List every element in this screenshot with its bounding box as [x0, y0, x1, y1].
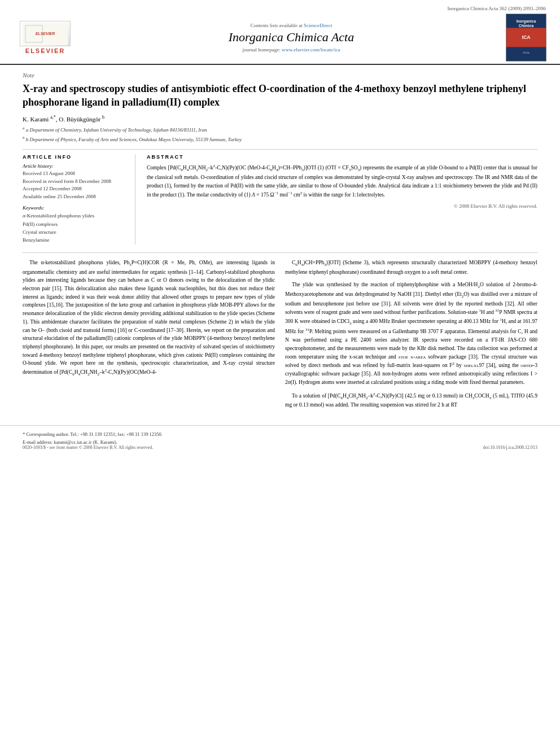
article-info-heading: ARTICLE INFO	[23, 154, 127, 160]
body-col-right: C6H4)CH=PPh3)]OTf] (Scheme 3), which rep…	[285, 259, 537, 414]
copyright-line: © 2008 Elsevier B.V. All rights reserved…	[147, 203, 537, 209]
keywords-title: Keywords:	[23, 205, 127, 211]
journal-citation: Inorganica Chimica Acta 362 (2009) 2093–…	[11, 5, 549, 11]
body-para-1: The α-ketostabilized phosphorus ylides, …	[23, 259, 275, 378]
elsevier-logo: ELSEVIER ELSEVIER	[11, 21, 79, 54]
svg-text:Inorganica: Inorganica	[517, 19, 536, 24]
body-para-3: The ylide was synthesised by the reactio…	[285, 281, 537, 386]
journal-banner: ELSEVIER ELSEVIER Contents lists availab…	[11, 11, 549, 64]
svg-text:ICA: ICA	[522, 34, 531, 40]
keywords-section: Keywords: α-Ketostabilized phosphorus yl…	[23, 205, 127, 244]
elsevier-image: ELSEVIER	[20, 21, 71, 46]
article-content: Note X-ray and spectroscopy studies of a…	[0, 65, 560, 425]
corresponding-note: * Corresponding author. Tel.: +98 31 139…	[23, 431, 537, 437]
svg-text:Chimica: Chimica	[519, 24, 534, 28]
article-info-col: ARTICLE INFO Article history: Received 1…	[23, 154, 135, 244]
sciencedirect-link[interactable]: ScienceDirect	[304, 23, 332, 28]
email-note: E-mail address: karami@cc.iut.ac.ir (K. …	[23, 439, 537, 445]
authors-text: K. Karami a,*, O. Büyükgüngör b	[23, 116, 104, 123]
journal-homepage: journal homepage: www.elsevier.com/locat…	[79, 47, 504, 53]
elsevier-text: ELSEVIER	[25, 47, 65, 54]
affil-b: b b Department of Physics, Faculty of Ar…	[23, 135, 537, 144]
authors: K. Karami a,*, O. Büyükgüngör b	[23, 115, 537, 123]
issn-line: 0020-1693/$ - see front matter © 2008 El…	[23, 445, 153, 450]
abstract-col: ABSTRACT Complex [Pd(C6H4CH2NH2–k2-C,N)(…	[147, 154, 537, 244]
abstract-text: Complex [Pd(C6H4CH2NH2–k2-C,N)(Py)(OC (M…	[147, 163, 537, 199]
svg-text:ELSEVIER: ELSEVIER	[36, 32, 55, 36]
keyword-4: Benzylamine	[23, 236, 127, 244]
article-info-row: ARTICLE INFO Article history: Received 1…	[23, 149, 537, 244]
journal-title-center: Contents lists available at ScienceDirec…	[79, 23, 504, 53]
keyword-3: Crystal structure	[23, 228, 127, 236]
page: Inorganica Chimica Acta 362 (2009) 2093–…	[0, 0, 560, 747]
accepted-date: Accepted 12 December 2008	[23, 185, 127, 193]
footer-row: 0020-1693/$ - see front matter © 2008 El…	[23, 445, 537, 450]
keyword-2: Pd(II) complexes	[23, 220, 127, 228]
available-date: Available online 25 December 2008	[23, 193, 127, 201]
svg-text:Acta: Acta	[523, 51, 530, 54]
note-label: Note	[23, 72, 537, 78]
homepage-url[interactable]: www.elsevier.com/locate/ica	[282, 47, 340, 53]
journal-cover-image: Inorganica Chimica ICA Acta	[506, 14, 546, 62]
history-title: Article history:	[23, 163, 127, 169]
abstract-heading: ABSTRACT	[147, 154, 537, 160]
journal-main-title: Inorganica Chimica Acta	[79, 30, 504, 45]
body-para-4: To a solution of [Pd(C6H4CH2NH2–k2-C,N)(…	[285, 391, 537, 410]
article-title: X-ray and spectroscopy studies of antisy…	[23, 82, 537, 110]
revised-date: Received in revised form 8 December 2008	[23, 178, 127, 186]
sciencedirect-line: Contents lists available at ScienceDirec…	[79, 23, 504, 28]
body-para-2: C6H4)CH=PPh3)]OTf] (Scheme 3), which rep…	[285, 259, 537, 276]
affiliations: a a Department of Chemistry, Isfahan Uni…	[23, 125, 537, 143]
doi-line: doi:10.1016/j.ica.2008.12.013	[483, 445, 537, 450]
keyword-1: α-Ketostabilized phosphorus ylides	[23, 212, 127, 220]
body-col-left: The α-ketostabilized phosphorus ylides, …	[23, 259, 275, 414]
body-section: The α-ketostabilized phosphorus ylides, …	[23, 252, 537, 414]
affil-a: a a Department of Chemistry, Isfahan Uni…	[23, 125, 537, 134]
journal-header: Inorganica Chimica Acta 362 (2009) 2093–…	[0, 0, 560, 65]
journal-thumbnail: Inorganica Chimica ICA Acta	[504, 14, 549, 62]
received-date: Received 13 August 2008	[23, 170, 127, 178]
page-footer: * Corresponding author. Tel.: +98 31 139…	[0, 425, 560, 453]
